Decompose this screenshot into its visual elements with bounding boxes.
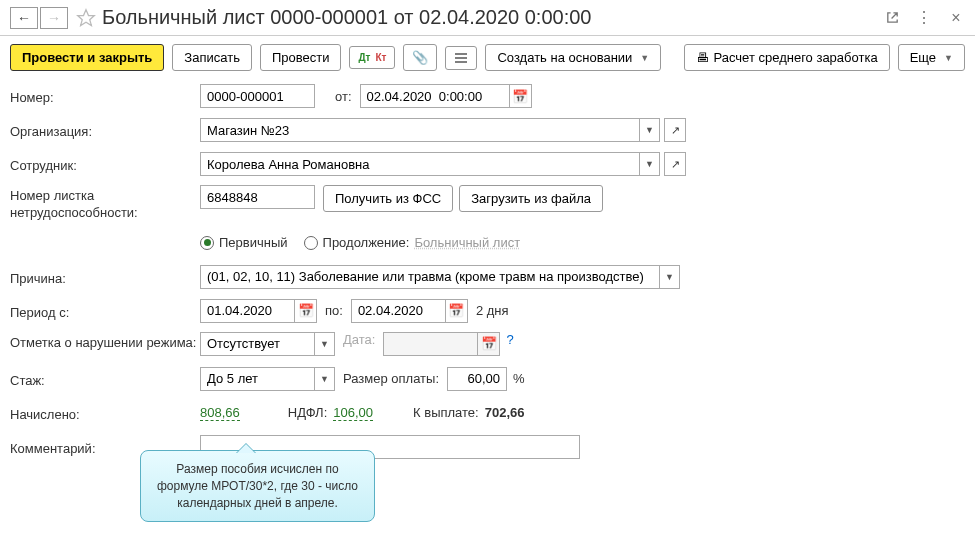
nav-forward-button[interactable]: →	[40, 7, 68, 29]
chevron-down-icon: ▼	[640, 53, 649, 63]
paperclip-icon: 📎	[412, 50, 428, 65]
employee-open-button[interactable]: ↗	[664, 152, 686, 176]
pay-rate-label: Размер оплаты:	[343, 371, 439, 386]
org-label: Организация:	[10, 121, 200, 139]
from-label: от:	[335, 89, 352, 104]
period-label: Период с:	[10, 302, 200, 320]
kebab-menu-icon[interactable]: ⋮	[915, 9, 933, 27]
emp-label: Сотрудник:	[10, 155, 200, 173]
open-icon: ↗	[671, 158, 680, 171]
reason-dropdown-button[interactable]: ▼	[660, 265, 680, 289]
period-from-calendar-button[interactable]: 📅	[295, 299, 317, 323]
number-label: Номер:	[10, 87, 200, 105]
list-icon	[454, 52, 468, 64]
violation-date-input	[383, 332, 478, 356]
dt-kt-button[interactable]: ДтКт	[349, 46, 395, 69]
radio-continuation[interactable]: Продолжение: Больничный лист	[304, 235, 521, 250]
to-pay-label: К выплате:	[413, 405, 479, 420]
experience-input[interactable]	[200, 367, 315, 391]
external-link-icon[interactable]	[883, 9, 901, 27]
close-icon[interactable]: ×	[947, 9, 965, 27]
period-days: 2 дня	[476, 303, 509, 318]
pay-rate-input[interactable]	[447, 367, 507, 391]
calendar-icon: 📅	[481, 336, 497, 351]
violation-input[interactable]	[200, 332, 315, 356]
sheet-number-label: Номер листка нетрудоспособности:	[10, 185, 200, 222]
post-button[interactable]: Провести	[260, 44, 342, 71]
period-to-input[interactable]	[351, 299, 446, 323]
org-open-button[interactable]: ↗	[664, 118, 686, 142]
radio-primary[interactable]: Первичный	[200, 235, 288, 250]
ndfl-link[interactable]: 106,00	[333, 405, 373, 421]
open-icon: ↗	[671, 124, 680, 137]
avg-salary-button[interactable]: 🖶Расчет среднего заработка	[684, 44, 890, 71]
chevron-down-icon: ▼	[944, 53, 953, 63]
reason-input[interactable]	[200, 265, 660, 289]
favorite-star-icon[interactable]	[76, 8, 96, 28]
experience-label: Стаж:	[10, 370, 200, 388]
violation-label: Отметка о нарушении режима:	[10, 332, 200, 352]
violation-dropdown-button[interactable]: ▼	[315, 332, 335, 356]
org-input[interactable]	[200, 118, 640, 142]
create-based-on-button[interactable]: Создать на основании▼	[485, 44, 661, 71]
list-button[interactable]	[445, 46, 477, 70]
attachment-button[interactable]: 📎	[403, 44, 437, 71]
violation-date-label: Дата:	[343, 332, 375, 347]
period-to-calendar-button[interactable]: 📅	[446, 299, 468, 323]
accrued-label: Начислено:	[10, 404, 200, 422]
experience-dropdown-button[interactable]: ▼	[315, 367, 335, 391]
accrued-link[interactable]: 808,66	[200, 405, 240, 421]
sheet-number-input[interactable]	[200, 185, 315, 209]
post-and-close-button[interactable]: Провести и закрыть	[10, 44, 164, 71]
load-from-file-button[interactable]: Загрузить из файла	[459, 185, 603, 212]
employee-dropdown-button[interactable]: ▼	[640, 152, 660, 176]
nav-back-button[interactable]: ←	[10, 7, 38, 29]
save-button[interactable]: Записать	[172, 44, 252, 71]
get-from-fss-button[interactable]: Получить из ФСС	[323, 185, 453, 212]
org-dropdown-button[interactable]: ▼	[640, 118, 660, 142]
ndfl-label: НДФЛ:	[288, 405, 328, 420]
date-input[interactable]	[360, 84, 510, 108]
reason-label: Причина:	[10, 268, 200, 286]
calendar-icon: 📅	[448, 303, 464, 318]
to-pay-value: 702,66	[485, 405, 525, 420]
calendar-icon: 📅	[512, 89, 528, 104]
violation-date-calendar-button: 📅	[478, 332, 500, 356]
help-icon[interactable]: ?	[506, 332, 513, 347]
pay-rate-percent: %	[513, 371, 525, 386]
calendar-button[interactable]: 📅	[510, 84, 532, 108]
print-icon: 🖶	[696, 50, 709, 65]
period-from-input[interactable]	[200, 299, 295, 323]
svg-marker-0	[78, 9, 95, 25]
period-to-label: по:	[325, 303, 343, 318]
number-input[interactable]	[200, 84, 315, 108]
continuation-link: Больничный лист	[414, 235, 520, 250]
page-title: Больничный лист 0000-000001 от 02.04.202…	[102, 6, 883, 29]
employee-input[interactable]	[200, 152, 640, 176]
tooltip-callout: Размер пособия исчислен по формуле МРОТ/…	[140, 450, 375, 522]
more-button[interactable]: Еще▼	[898, 44, 965, 71]
calendar-icon: 📅	[298, 303, 314, 318]
